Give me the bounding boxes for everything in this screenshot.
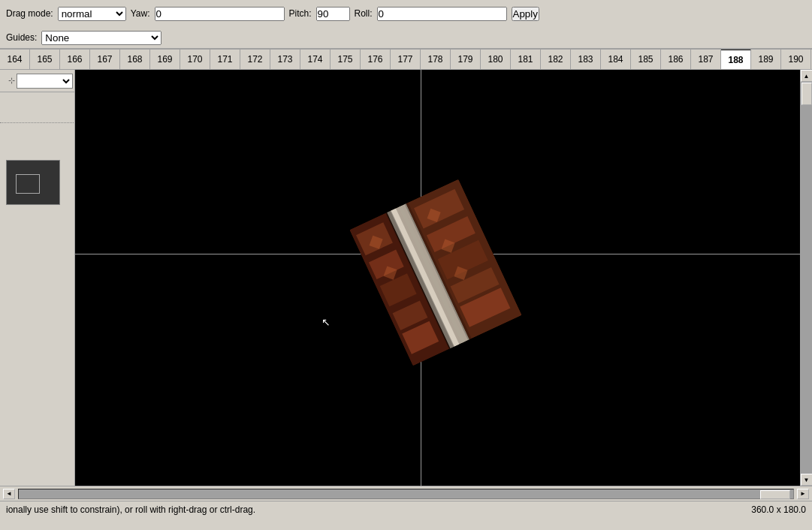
ruler-cell-167[interactable]: 167 xyxy=(90,49,120,70)
ruler-cell-187[interactable]: 187 xyxy=(691,49,721,70)
pitch-input[interactable] xyxy=(316,7,350,21)
main-area: ⊹ xyxy=(0,70,812,486)
yaw-label: Yaw: xyxy=(131,8,150,19)
toolbar-row-2: Guides: NoneHorizontalVerticalBoth xyxy=(0,27,812,48)
ruler-cell-175[interactable]: 175 xyxy=(331,49,361,70)
viewport[interactable]: ↖ xyxy=(75,70,800,486)
apply-button[interactable]: Apply xyxy=(512,7,539,21)
toolbar: Drag mode: normalconstrainedfree Yaw: Pi… xyxy=(0,0,812,49)
ruler-cell-178[interactable]: 178 xyxy=(421,49,451,70)
scroll-left-button[interactable]: ◄ xyxy=(3,489,15,499)
ruler-cell-165[interactable]: 165 xyxy=(30,49,60,70)
scroll-right-button[interactable]: ► xyxy=(797,489,809,499)
scroll-down-button[interactable]: ▼ xyxy=(801,474,813,486)
drag-mode-label: Drag mode: xyxy=(6,8,53,19)
left-panel-icon: ⊹ xyxy=(8,76,15,86)
ruler-cell-185[interactable]: 185 xyxy=(631,49,661,70)
ruler-cell-168[interactable]: 168 xyxy=(120,49,150,70)
guides-label: Guides: xyxy=(6,32,37,43)
ruler-cell-174[interactable]: 174 xyxy=(300,49,331,70)
ruler-cell-179[interactable]: 179 xyxy=(451,49,481,70)
pitch-label: Pitch: xyxy=(289,8,312,19)
bottom-bar: ◄ ► xyxy=(0,486,812,501)
bottom-scrollbar-track[interactable] xyxy=(18,489,794,499)
ruler-cell-164[interactable]: 164 xyxy=(0,49,30,70)
scroll-track[interactable] xyxy=(801,82,813,474)
left-panel-top: ⊹ xyxy=(0,70,74,92)
ruler-cell-173[interactable]: 173 xyxy=(270,49,300,70)
ruler-row: 1641651661671681691701711721731741751761… xyxy=(0,49,812,70)
left-panel: ⊹ xyxy=(0,70,75,486)
ruler-cell-176[interactable]: 176 xyxy=(361,49,391,70)
drag-mode-select[interactable]: normalconstrainedfree xyxy=(58,7,126,21)
roll-input[interactable] xyxy=(377,7,507,21)
ruler-cell-181[interactable]: 181 xyxy=(511,49,541,70)
ruler-cell-170[interactable]: 170 xyxy=(180,49,210,70)
left-panel-dropdown[interactable] xyxy=(17,74,73,89)
preview-rect-outer xyxy=(6,160,60,205)
left-panel-canvas xyxy=(0,92,74,486)
status-hint: ionally use shift to constrain), or roll… xyxy=(6,504,255,515)
guides-select[interactable]: NoneHorizontalVerticalBoth xyxy=(41,31,161,45)
bottom-scrollbar-thumb[interactable] xyxy=(760,490,790,499)
scroll-thumb[interactable] xyxy=(801,83,812,105)
ruler-cell-183[interactable]: 183 xyxy=(571,49,601,70)
ruler-cell-172[interactable]: 172 xyxy=(240,49,270,70)
ruler-cells: 1641651661671681691701711721731741751761… xyxy=(0,49,811,70)
scroll-up-button[interactable]: ▲ xyxy=(801,70,813,82)
cursor: ↖ xyxy=(321,316,331,328)
status-bar: ionally use shift to constrain), or roll… xyxy=(0,501,812,517)
ruler-cell-190[interactable]: 190 xyxy=(781,49,811,70)
roll-label: Roll: xyxy=(355,8,373,19)
toolbar-row-1: Drag mode: normalconstrainedfree Yaw: Pi… xyxy=(0,0,812,27)
yaw-input[interactable] xyxy=(155,7,285,21)
ruler-cell-180[interactable]: 180 xyxy=(481,49,511,70)
ruler-cell-177[interactable]: 177 xyxy=(391,49,421,70)
ruler-cell-166[interactable]: 166 xyxy=(60,49,90,70)
ruler-cell-169[interactable]: 169 xyxy=(150,49,180,70)
ruler-cell-171[interactable]: 171 xyxy=(210,49,240,70)
texture-object xyxy=(349,179,522,366)
ruler-cell-184[interactable]: 184 xyxy=(601,49,631,70)
ruler-cell-189[interactable]: 189 xyxy=(751,49,781,70)
texture-svg xyxy=(349,179,522,366)
ruler-cell-188[interactable]: 188 xyxy=(721,49,751,70)
ruler-cell-186[interactable]: 186 xyxy=(661,49,691,70)
ruler-cell-182[interactable]: 182 xyxy=(541,49,571,70)
right-scrollbar: ▲ ▼ xyxy=(800,70,812,486)
preview-rect-inner xyxy=(16,174,40,194)
left-panel-dotted-line xyxy=(0,122,74,123)
status-dimensions: 360.0 x 180.0 xyxy=(751,504,806,515)
